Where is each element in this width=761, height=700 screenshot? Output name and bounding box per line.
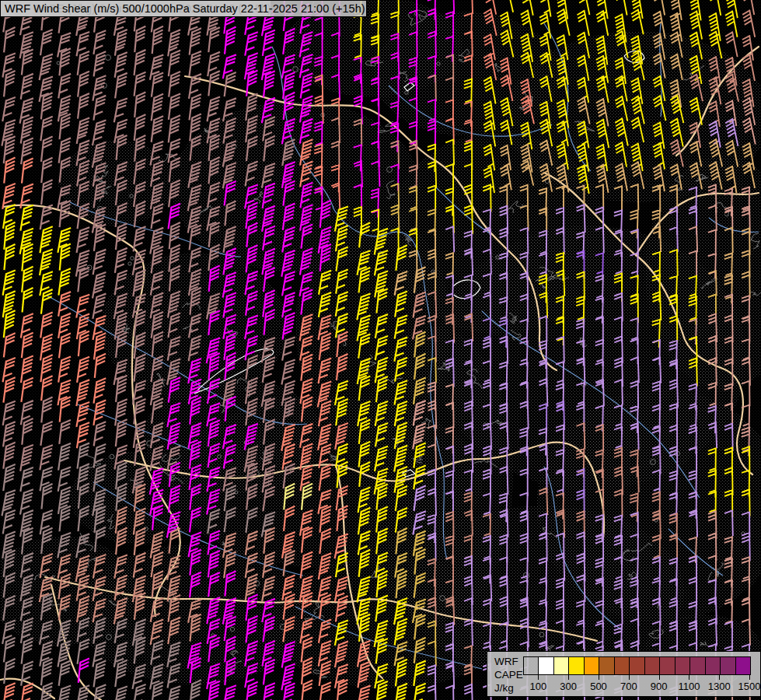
legend-swatch-0 [524, 657, 539, 674]
legend-units-label: J/kg [494, 682, 514, 694]
legend-swatch-9 [660, 657, 675, 674]
legend-swatch-11 [690, 657, 705, 674]
legend-tick [599, 674, 599, 680]
legend-tick [719, 674, 720, 680]
legend-tick [538, 674, 539, 680]
legend-tick [568, 674, 569, 680]
legend-swatch-2 [554, 657, 569, 674]
legend-tick-label: 500 [590, 681, 607, 692]
legend-swatch-10 [675, 657, 690, 674]
legend-swatch-6 [615, 657, 630, 674]
legend-tick-label: 900 [651, 681, 668, 692]
legend-tick [629, 674, 630, 680]
legend-swatch-3 [569, 657, 584, 674]
legend-tick-label: 1500 [738, 681, 761, 692]
legend-tick-label: 100 [530, 681, 547, 692]
legend-swatch-8 [645, 657, 660, 674]
legend-colorbar [523, 656, 751, 675]
legend-swatch-5 [599, 657, 614, 674]
legend-tick-label: 1300 [708, 681, 731, 692]
legend-swatch-1 [539, 657, 553, 674]
wrf-weather-map: WRF CAPE (J/kg) Saturday 22-11-2025 21:0… [0, 0, 761, 700]
legend-tick [689, 674, 689, 680]
legend-swatch-7 [630, 657, 644, 674]
legend-model-label: WRF [494, 656, 518, 667]
map-title-windshear: WRF Wind shear (m/s) 500/1000hPa Saturda… [0, 0, 367, 17]
map-canvas [0, 0, 761, 700]
legend-tick-label: 300 [560, 681, 577, 692]
legend-variable-label: CAPE [494, 669, 523, 681]
legend-tick [659, 674, 660, 680]
legend-tick-label: 1100 [678, 681, 700, 692]
legend-tick-label: 700 [620, 681, 637, 692]
cape-stipple-layer [0, 0, 761, 700]
cape-legend: WRF CAPE J/kg 10030050070090011001300150… [487, 651, 761, 697]
legend-swatch-4 [585, 657, 599, 674]
legend-swatch-14 [736, 657, 750, 674]
legend-tick [749, 674, 750, 680]
legend-swatch-13 [721, 657, 735, 674]
legend-swatch-12 [706, 657, 721, 674]
